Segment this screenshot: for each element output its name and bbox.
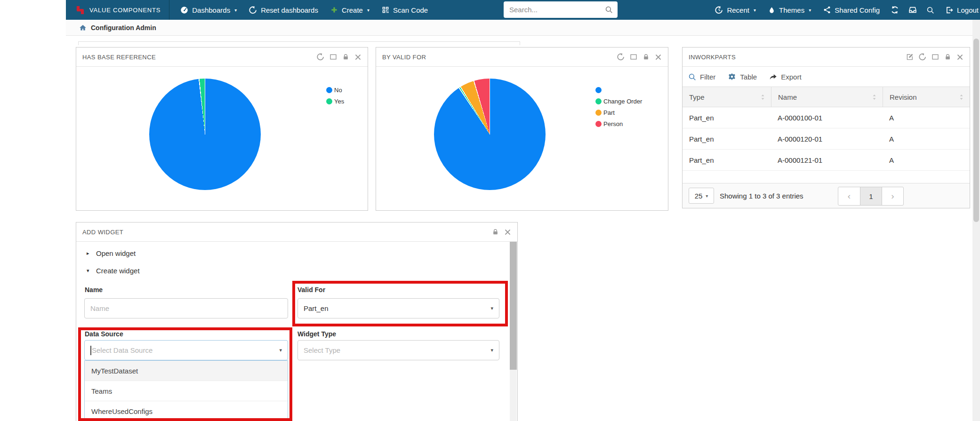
search-icon — [926, 6, 934, 14]
widget-type-select[interactable]: Select Type ▾ — [297, 340, 499, 360]
home-icon[interactable] — [79, 24, 87, 32]
close-icon[interactable] — [655, 54, 662, 61]
next-page-button[interactable]: › — [882, 187, 903, 205]
search-icon[interactable] — [605, 6, 613, 14]
legend-item[interactable]: Person — [595, 119, 642, 128]
toolbar-table-button[interactable]: Table — [728, 72, 757, 81]
refresh-icon[interactable] — [919, 53, 926, 61]
page-size-select[interactable]: 25 ▾ — [689, 188, 714, 204]
nav-item-shared-config[interactable]: Shared Config — [817, 0, 886, 20]
nav-item-search[interactable] — [922, 0, 939, 20]
data-source-select[interactable]: Select Data Source ▾ — [84, 340, 288, 360]
table-toolbar: FilterTableExport — [683, 67, 970, 87]
nav-item-label: Logout — [957, 6, 979, 14]
name-field-label: Name — [85, 286, 103, 294]
sort-icon[interactable] — [959, 94, 964, 100]
table-row[interactable]: Part_enA-0000100-01A — [683, 107, 970, 128]
legend-item[interactable] — [595, 86, 642, 94]
widget-header: BY VALID FOR — [376, 48, 668, 67]
option-WhereUsedConfigs[interactable]: WhereUsedConfigs — [85, 401, 288, 421]
table-footer: 25 ▾ Showing 1 to 3 of 3 entries ‹ 1 › — [683, 183, 970, 208]
droplet-icon — [768, 7, 775, 14]
data-source-field-label: Data Source — [85, 330, 123, 338]
breadcrumb-label[interactable]: Configuration Admin — [91, 24, 156, 32]
table-row[interactable]: Part_enA-0000121-01A — [683, 150, 970, 171]
widget-header-icons — [617, 53, 662, 61]
lock-icon[interactable] — [492, 228, 499, 236]
nav-item-create[interactable]: Create▾ — [324, 0, 376, 20]
close-icon[interactable] — [504, 229, 511, 236]
caret-right-icon: ▸ — [87, 250, 91, 256]
valid-for-field-label: Valid For — [297, 286, 325, 294]
nav-item-reset-dashboards[interactable]: Reset dashboards — [243, 0, 324, 20]
legend-dot — [595, 121, 602, 127]
sort-icon[interactable] — [872, 94, 877, 100]
caret-down-icon: ▾ — [706, 193, 708, 199]
widget-title: INWORKPARTS — [689, 54, 736, 61]
legend-label: Part — [603, 109, 615, 116]
widget-has-base-reference: HAS BASE REFERENCE NoYes — [76, 47, 368, 211]
column-label: Name — [778, 93, 797, 101]
sort-icon[interactable] — [760, 94, 765, 100]
nav-item-notifications[interactable] — [904, 0, 922, 20]
legend-dot — [595, 87, 602, 93]
option-Teams[interactable]: Teams — [85, 381, 288, 401]
create-widget-expander[interactable]: ▾ Create widget — [87, 267, 140, 275]
legend-item[interactable]: Yes — [326, 97, 344, 105]
refresh-icon[interactable] — [317, 53, 324, 61]
widget-by-valid-for: BY VALID FOR Change OrderPartPerson — [376, 47, 668, 211]
valid-for-select[interactable]: Part_en ▾ — [297, 298, 499, 318]
legend-item[interactable]: No — [326, 86, 344, 94]
current-page[interactable]: 1 — [860, 187, 882, 205]
toolbar-filter-button[interactable]: Filter — [688, 73, 715, 81]
table-cell: A — [883, 150, 970, 170]
table-cell: Part_en — [683, 150, 771, 170]
page: VALUE COMPONENTS Dashboards▾Reset dashbo… — [0, 0, 980, 421]
expander-label: Create widget — [96, 267, 140, 275]
search-input[interactable] — [508, 5, 605, 14]
panel-scrollbar[interactable] — [510, 242, 517, 421]
lock-icon[interactable] — [342, 53, 349, 61]
close-icon[interactable] — [354, 54, 361, 61]
table-body: Part_enA-0000100-01APart_enA-0000120-01A… — [683, 107, 970, 171]
table-cell: Part_en — [683, 128, 771, 149]
caret-down-icon: ▾ — [490, 305, 493, 311]
nav-item-themes[interactable]: Themes▾ — [762, 0, 817, 20]
edit-icon[interactable] — [906, 53, 914, 61]
legend-item[interactable]: Change Order — [595, 97, 642, 105]
prev-page-button[interactable]: ‹ — [838, 187, 860, 205]
nav-item-scan-code[interactable]: Scan Code — [376, 0, 434, 20]
brand[interactable]: VALUE COMPONENTS — [66, 0, 169, 20]
name-input[interactable] — [84, 298, 288, 318]
legend-dot — [326, 87, 332, 93]
nav-item-label: Recent — [727, 6, 749, 14]
page-scrollbar-thumb[interactable] — [973, 39, 979, 222]
breadcrumb: Configuration Admin — [66, 20, 980, 36]
panel-scrollbar-thumb[interactable] — [510, 242, 517, 370]
toolbar-label: Filter — [700, 73, 715, 81]
option-MyTestDataset[interactable]: MyTestDataset — [85, 361, 288, 381]
page-scrollbar[interactable] — [972, 20, 980, 421]
column-header-revision[interactable]: Revision — [883, 87, 970, 107]
legend-item[interactable]: Part — [595, 108, 642, 117]
nav-item-dashboards[interactable]: Dashboards▾ — [174, 0, 243, 20]
column-header-type[interactable]: Type — [683, 87, 771, 107]
nav-item-sync[interactable] — [886, 0, 904, 20]
close-icon[interactable] — [956, 54, 964, 61]
table-row[interactable]: Part_enA-0000120-01A — [683, 128, 970, 150]
maximize-icon[interactable] — [630, 53, 637, 61]
maximize-icon[interactable] — [932, 53, 939, 61]
refresh-icon[interactable] — [617, 53, 625, 61]
lock-icon[interactable] — [944, 53, 951, 61]
nav-item-recent[interactable]: Recent▾ — [709, 0, 762, 20]
search-icon — [688, 73, 696, 81]
nav-item-label: Themes — [779, 6, 804, 14]
lock-icon[interactable] — [643, 53, 650, 61]
maximize-icon[interactable] — [329, 53, 337, 61]
open-widget-expander[interactable]: ▸ Open widget — [87, 249, 136, 257]
column-header-name[interactable]: Name — [771, 87, 883, 107]
toolbar-export-button[interactable]: Export — [769, 73, 801, 81]
nav-item-logout[interactable]: Logout — [939, 0, 980, 20]
navbar-right-menu: Recent▾Themes▾Shared ConfigLogout — [709, 0, 980, 20]
chart-legend: NoYes — [326, 86, 344, 105]
